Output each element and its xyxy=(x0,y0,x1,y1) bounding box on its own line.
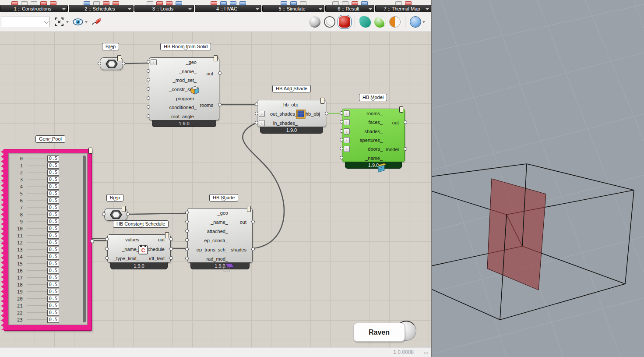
input-connector[interactable] xyxy=(147,96,150,100)
gene-slider-track[interactable] xyxy=(27,284,47,285)
gene-slider-track[interactable] xyxy=(27,270,47,271)
tab-dropdown-icon[interactable] xyxy=(426,8,429,12)
download-arrow-icon[interactable]: ↓ xyxy=(259,111,265,117)
gene-slider-track[interactable] xyxy=(27,256,47,257)
construction-set-icon[interactable] xyxy=(40,1,47,5)
gene-slider-track[interactable] xyxy=(27,172,47,173)
download-arrow-icon[interactable]: ↓ xyxy=(151,59,157,65)
input-connector[interactable] xyxy=(340,147,343,150)
download-arrow-icon[interactable]: ↓ xyxy=(344,119,350,125)
tab-dropdown-icon[interactable] xyxy=(319,8,322,12)
preview-dropdown-icon[interactable] xyxy=(85,21,88,24)
gene-slider-track[interactable] xyxy=(27,298,47,299)
gene-slider-track[interactable] xyxy=(27,207,47,208)
gene-value-box[interactable]: 0.5 xyxy=(47,247,59,253)
hb-shade-component[interactable]: _geo _name_ attached_ xyxy=(187,208,253,263)
gene-slider-track[interactable] xyxy=(27,312,47,313)
tab-hvac[interactable]: 4 :: HVAC xyxy=(195,0,261,12)
output-connector[interactable] xyxy=(251,247,255,251)
zoom-dropdown-icon[interactable] xyxy=(66,21,69,24)
house-load-icon[interactable] xyxy=(147,1,153,5)
red-cylinder-display-icon[interactable] xyxy=(339,16,350,28)
input-connector[interactable] xyxy=(147,60,150,64)
hvac-system-icon[interactable] xyxy=(230,1,236,5)
thermostat-load-icon[interactable] xyxy=(166,1,172,5)
input-connector[interactable] xyxy=(102,212,106,216)
hb-room-from-solid-component[interactable]: ↓ _geo _name_ _mod_set_ xyxy=(149,57,219,120)
input-connector[interactable] xyxy=(340,111,343,115)
gene-value-box[interactable]: 0.5 xyxy=(47,212,59,218)
output-connector[interactable] xyxy=(126,212,130,216)
input-connector[interactable] xyxy=(98,62,101,65)
water-load-icon[interactable] xyxy=(176,1,182,5)
gene-value-box[interactable]: 0.5 xyxy=(47,219,59,225)
state-box-icon[interactable] xyxy=(88,148,92,154)
output-connector[interactable] xyxy=(325,112,328,115)
gene-slider-track[interactable] xyxy=(27,214,47,215)
input-connector[interactable] xyxy=(255,103,258,106)
hb-add-shade-component[interactable]: _hb_obj ↓ out_shades_ ↓ in_shades_ xyxy=(257,100,326,127)
gene-slider-track[interactable] xyxy=(27,249,47,250)
brep1-param[interactable] xyxy=(100,57,123,70)
state-box-icon[interactable] xyxy=(399,106,403,113)
gene-value-box[interactable]: 0.5 xyxy=(47,310,59,316)
tab-label-constructions[interactable]: 1 :: Constructions xyxy=(0,5,68,12)
thermometer-icon[interactable] xyxy=(211,1,217,5)
gene-value-box[interactable]: 0.5 xyxy=(47,296,59,302)
download-arrow-icon[interactable]: ↓ xyxy=(344,128,350,134)
gene-slider-track[interactable] xyxy=(27,319,47,320)
wire-brep-to-shade[interactable] xyxy=(123,213,187,214)
output-connector[interactable] xyxy=(404,147,407,151)
canvas[interactable]: Brep HB Room from Solid xyxy=(0,32,431,347)
schedule-plus-icon[interactable] xyxy=(103,1,109,5)
gene-value-box[interactable]: 0.5 xyxy=(47,240,59,246)
output-connector[interactable] xyxy=(218,103,222,106)
shade-plane[interactable] xyxy=(487,179,546,290)
input-connector[interactable] xyxy=(105,237,109,241)
gene-slider-track[interactable] xyxy=(27,263,47,264)
gene-slider-track[interactable] xyxy=(27,179,47,180)
input-connector[interactable] xyxy=(147,87,150,91)
hvac-system-icon[interactable] xyxy=(220,1,227,5)
input-connector[interactable] xyxy=(185,211,189,214)
input-connector[interactable] xyxy=(185,238,189,242)
gene-slider-track[interactable] xyxy=(27,158,47,159)
energyplus-icon[interactable] xyxy=(281,1,287,5)
input-connector[interactable] xyxy=(185,247,189,251)
input-connector[interactable] xyxy=(147,78,150,81)
download-arrow-icon[interactable]: ↓ xyxy=(344,146,350,152)
state-box-icon[interactable] xyxy=(320,98,324,104)
raven-button[interactable]: Raven xyxy=(353,323,405,342)
wall-construction-icon[interactable] xyxy=(21,1,28,5)
gene-value-box[interactable]: 0.5 xyxy=(47,163,59,169)
gene-value-box[interactable]: 0.5 xyxy=(47,156,59,162)
gene-pool-output-connector[interactable] xyxy=(90,239,94,243)
construction-icon[interactable] xyxy=(11,1,18,5)
state-box-icon[interactable] xyxy=(122,206,126,212)
gene-value-box[interactable]: 0.5 xyxy=(47,170,59,176)
gene-slider-track[interactable] xyxy=(27,228,47,229)
state-box-icon[interactable] xyxy=(247,206,251,212)
output-connector[interactable] xyxy=(122,62,125,65)
download-arrow-icon[interactable]: ↓ xyxy=(344,137,350,143)
tab-label-loads[interactable]: 3 :: Loads xyxy=(134,5,194,12)
state-box-icon[interactable] xyxy=(214,55,218,61)
shaded-dark-display-icon[interactable] xyxy=(309,16,320,28)
green-sphere-display-icon[interactable] xyxy=(374,16,386,28)
read-123-icon[interactable] xyxy=(332,1,339,5)
tab-label-simulate[interactable]: 5 :: Simulate xyxy=(262,5,324,12)
resize-grip-icon[interactable] xyxy=(423,351,429,355)
waves-icon[interactable] xyxy=(342,1,348,5)
gene-value-box[interactable]: 0.5 xyxy=(47,233,59,239)
input-connector[interactable] xyxy=(255,121,258,124)
gene-slider-track[interactable] xyxy=(27,186,47,187)
input-connector[interactable] xyxy=(105,247,109,251)
wireframe-display-icon[interactable] xyxy=(324,16,335,28)
gene-slider-track[interactable] xyxy=(27,235,47,236)
gene-slider-track[interactable] xyxy=(27,291,47,292)
gene-value-box[interactable]: 0.5 xyxy=(47,261,59,267)
fan-load-icon[interactable] xyxy=(156,1,163,5)
download-arrow-icon[interactable]: ↓ xyxy=(259,120,265,126)
schedule-f1-icon[interactable] xyxy=(113,1,119,5)
gene-value-box[interactable]: 0.5 xyxy=(47,198,59,204)
